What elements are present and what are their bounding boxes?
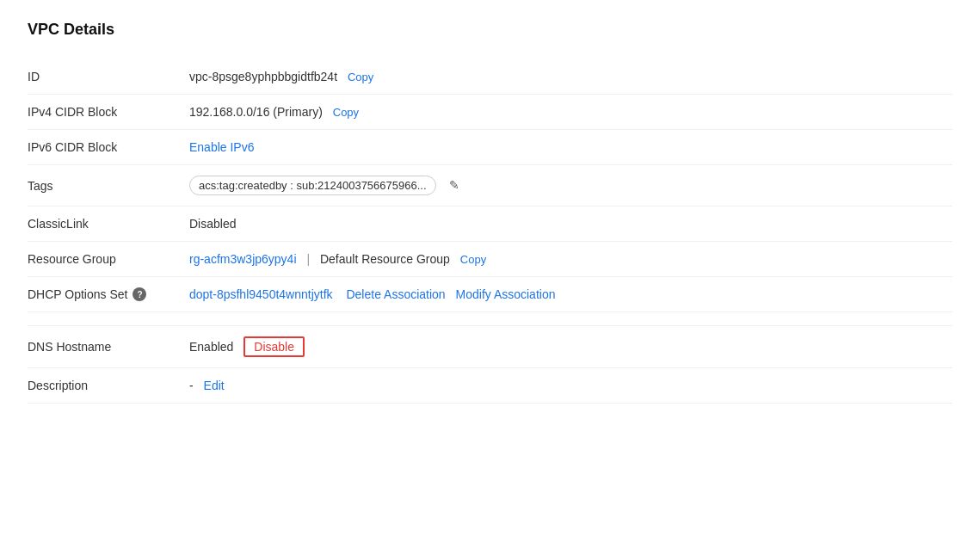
- value-classiclink: Disabled: [182, 207, 952, 242]
- value-id: vpc-8psge8yphpbbgidtfb24t Copy: [182, 59, 952, 95]
- tag-badge: acs:tag:createdby : sub:2124003756675966…: [189, 176, 436, 195]
- table-row: Description - Edit: [28, 368, 952, 404]
- table-row: ClassicLink Disabled: [28, 207, 952, 242]
- description-edit-link[interactable]: Edit: [204, 379, 225, 392]
- dhcp-label-text: DHCP Options Set: [28, 287, 127, 301]
- label-classiclink: ClassicLink: [28, 207, 182, 242]
- rg-label: Default Resource Group: [320, 252, 450, 266]
- label-description: Description: [28, 368, 182, 404]
- value-tags: acs:tag:createdby : sub:2124003756675966…: [182, 165, 952, 207]
- label-ipv4-cidr: IPv4 CIDR Block: [28, 95, 182, 130]
- resource-group-link[interactable]: rg-acfm3w3jp6ypy4i: [189, 252, 297, 266]
- label-id: ID: [28, 59, 182, 95]
- classiclink-value: Disabled: [189, 217, 236, 231]
- table-row: Tags acs:tag:createdby : sub:21240037566…: [28, 165, 952, 207]
- table-row: Resource Group rg-acfm3w3jp6ypy4i | Defa…: [28, 242, 952, 277]
- table-row: DHCP Options Set ? dopt-8psfhl9450t4wnnt…: [28, 277, 952, 312]
- table-row: IPv6 CIDR Block Enable IPv6: [28, 130, 952, 165]
- description-value: -: [189, 379, 194, 392]
- label-dhcp-options: DHCP Options Set ?: [28, 277, 182, 312]
- tag-value: acs:tag:createdby : sub:2124003756675966…: [199, 179, 427, 192]
- divider-row: [28, 312, 952, 326]
- id-copy-link[interactable]: Copy: [348, 71, 373, 83]
- dhcp-options-link[interactable]: dopt-8psfhl9450t4wnntjytfk: [189, 287, 333, 301]
- enable-ipv6-link[interactable]: Enable IPv6: [189, 140, 255, 154]
- dns-hostname-value: Enabled: [189, 340, 233, 354]
- disable-button[interactable]: Disable: [243, 336, 305, 357]
- label-resource-group: Resource Group: [28, 242, 182, 277]
- delete-association-link[interactable]: Delete Association: [346, 287, 445, 301]
- label-dns-hostname: DNS Hostname: [28, 326, 182, 368]
- value-ipv6-cidr: Enable IPv6: [182, 130, 952, 165]
- dhcp-help-icon[interactable]: ?: [133, 287, 146, 301]
- value-dns-hostname: Enabled Disable: [182, 326, 952, 368]
- ipv4-copy-link[interactable]: Copy: [333, 106, 359, 119]
- table-row: IPv4 CIDR Block 192.168.0.0/16 (Primary)…: [28, 95, 952, 130]
- value-resource-group: rg-acfm3w3jp6ypy4i | Default Resource Gr…: [182, 242, 952, 277]
- table-row: ID vpc-8psge8yphpbbgidtfb24t Copy: [28, 59, 952, 95]
- ipv4-cidr-value: 192.168.0.0/16 (Primary): [189, 105, 323, 119]
- value-description: - Edit: [182, 368, 952, 404]
- value-dhcp-options: dopt-8psfhl9450t4wnntjytfk Delete Associ…: [182, 277, 952, 312]
- id-value: vpc-8psge8yphpbbgidtfb24t: [189, 70, 337, 83]
- modify-association-link[interactable]: Modify Association: [456, 287, 556, 301]
- table-row: DNS Hostname Enabled Disable: [28, 326, 952, 368]
- tag-edit-icon[interactable]: ✎: [449, 178, 459, 192]
- value-ipv4-cidr: 192.168.0.0/16 (Primary) Copy: [182, 95, 952, 130]
- page-title: VPC Details: [28, 21, 952, 39]
- label-tags: Tags: [28, 165, 182, 207]
- label-ipv6-cidr: IPv6 CIDR Block: [28, 130, 182, 165]
- rg-separator: |: [306, 252, 310, 266]
- rg-copy-link[interactable]: Copy: [460, 253, 486, 266]
- vpc-details-table: ID vpc-8psge8yphpbbgidtfb24t Copy IPv4 C…: [28, 59, 952, 404]
